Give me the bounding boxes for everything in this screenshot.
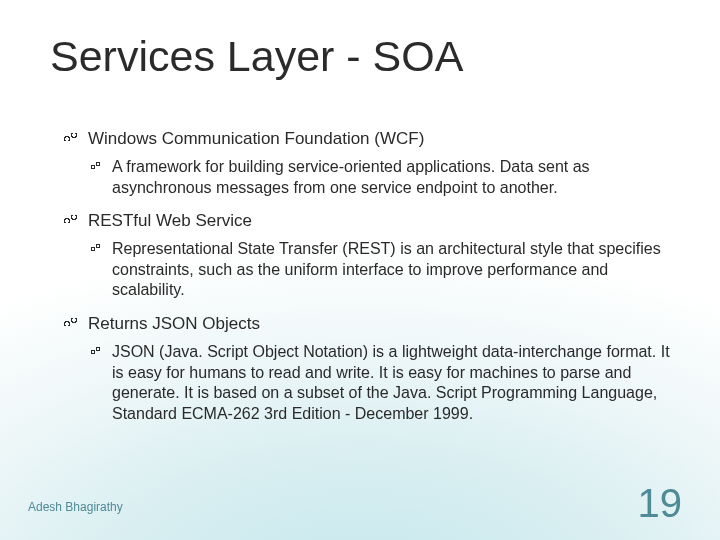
slide-title: Services Layer - SOA xyxy=(50,32,463,81)
bullet-level1: Windows Communication Foundation (WCF) xyxy=(60,128,670,149)
bullet-level2: JSON (Java. Script Object Notation) is a… xyxy=(88,342,670,424)
bullet-text: A framework for building service-oriente… xyxy=(112,158,590,195)
slide-content: Windows Communication Foundation (WCF) A… xyxy=(60,128,670,436)
footer-page-number: 19 xyxy=(638,481,683,526)
bullet-level1: RESTful Web Service xyxy=(60,210,670,231)
bullet-level2: Representational State Transfer (REST) i… xyxy=(88,239,670,300)
bullet-text: RESTful Web Service xyxy=(88,211,252,230)
footer-author: Adesh Bhagirathy xyxy=(28,500,123,514)
bullet-text: Representational State Transfer (REST) i… xyxy=(112,240,661,298)
slide: Services Layer - SOA Windows Communicati… xyxy=(0,0,720,540)
bullet-text: Windows Communication Foundation (WCF) xyxy=(88,129,424,148)
bullet-level2: A framework for building service-oriente… xyxy=(88,157,670,198)
bullet-text: Returns JSON Objects xyxy=(88,314,260,333)
bullet-text: JSON (Java. Script Object Notation) is a… xyxy=(112,343,670,421)
bullet-level1: Returns JSON Objects xyxy=(60,313,670,334)
